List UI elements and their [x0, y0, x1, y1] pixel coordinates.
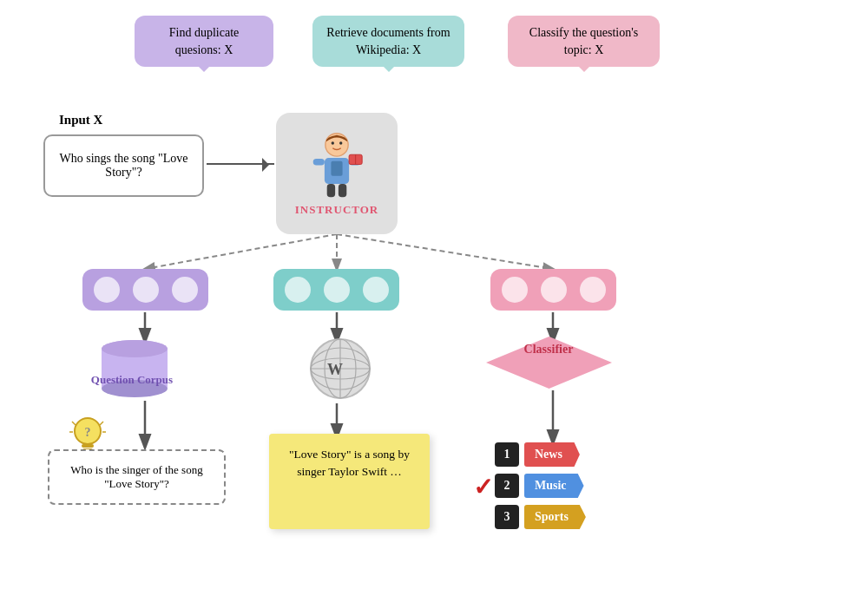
wikipedia-result-sticky: "Love Story" is a song by singer Taylor … — [269, 434, 430, 529]
category-item-1: 1 News — [495, 442, 586, 467]
category-num-1: 1 — [495, 442, 519, 467]
svg-line-37 — [100, 422, 103, 425]
svg-rect-33 — [82, 444, 94, 448]
svg-point-10 — [332, 141, 334, 144]
module-bar-teal — [273, 269, 399, 311]
category-tag-music: Music — [524, 474, 584, 498]
corpus-label: Question Corpus — [89, 373, 175, 387]
category-item-2: 2 Music — [495, 474, 586, 498]
input-label: Input X — [59, 113, 102, 128]
circle-4 — [285, 277, 311, 303]
arrow-input-to-instructor — [207, 163, 274, 165]
svg-line-36 — [72, 422, 76, 425]
svg-point-11 — [339, 141, 342, 144]
circle-2 — [133, 277, 159, 303]
svg-rect-14 — [313, 159, 325, 166]
svg-point-23 — [102, 340, 168, 357]
svg-rect-17 — [339, 184, 346, 197]
svg-rect-13 — [331, 161, 342, 176]
wikipedia-globe: W — [308, 337, 373, 402]
circle-1 — [94, 277, 120, 303]
svg-line-2 — [337, 234, 553, 269]
classifier-label: Classifier — [492, 343, 605, 357]
bubble-classify: Classify the question's topic: X — [508, 16, 660, 67]
input-question-box: Who sings the song "Love Story"? — [43, 134, 204, 197]
module-bar-purple — [82, 269, 208, 311]
category-num-3: 3 — [495, 505, 519, 529]
category-num-2: 2 — [495, 474, 519, 498]
bubble-wikipedia: Retrieve documents from Wikipedia: X — [312, 16, 464, 67]
circle-6 — [363, 277, 389, 303]
category-tag-sports: Sports — [524, 505, 586, 529]
bubble-duplicate: Find duplicate quesions: X — [135, 16, 273, 67]
circle-9 — [580, 277, 606, 303]
circle-7 — [502, 277, 528, 303]
svg-line-0 — [145, 234, 337, 269]
circle-8 — [541, 277, 567, 303]
instructor-label: INSTRUCTOR — [295, 203, 378, 217]
module-bar-pink — [490, 269, 616, 311]
category-tag-news: News — [524, 442, 580, 467]
svg-rect-16 — [327, 184, 335, 197]
svg-text:?: ? — [85, 426, 91, 439]
question-corpus-cylinder — [100, 338, 169, 399]
instructor-figure-icon — [306, 130, 367, 200]
svg-text:W: W — [327, 361, 343, 378]
checkmark-icon: ✓ — [473, 473, 493, 501]
instructor-box: INSTRUCTOR — [276, 113, 398, 234]
duplicate-result-box: Who is the singer of the song "Love Stor… — [48, 449, 226, 505]
category-item-3: 3 Sports — [495, 505, 586, 529]
category-list: 1 News 2 Music 3 Sports — [495, 442, 586, 529]
circle-5 — [324, 277, 350, 303]
circle-3 — [172, 277, 198, 303]
